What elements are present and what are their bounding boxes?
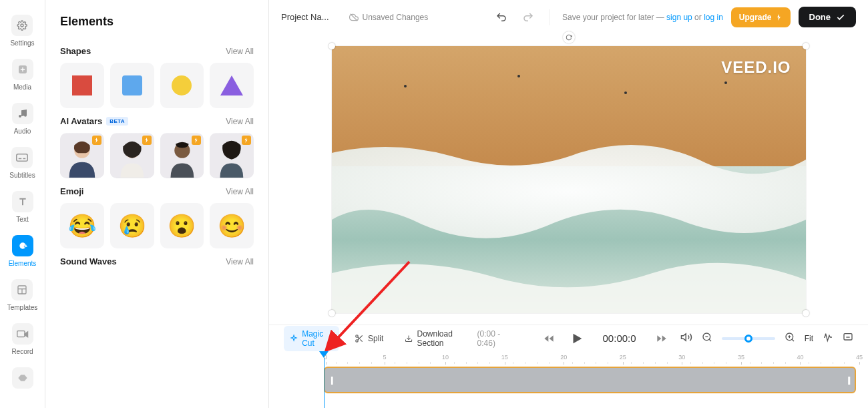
svg-rect-13	[122, 75, 142, 95]
canvas-area: VEED.IO	[269, 35, 868, 325]
shape-rounded-square[interactable]	[110, 63, 154, 108]
nav-record[interactable]: Record	[11, 323, 33, 355]
magic-cut-button[interactable]: Magic Cut	[284, 326, 339, 351]
avatar-3[interactable]	[160, 133, 204, 178]
video-clip[interactable]: || ||	[324, 367, 856, 393]
view-all-emoji[interactable]: View All	[226, 187, 254, 196]
shape-circle[interactable]	[160, 63, 204, 108]
elements-panel: Elements Shapes View All AI AvatarsBETA …	[45, 0, 269, 408]
nav-audio[interactable]: Audio	[12, 103, 33, 135]
avatar-1[interactable]	[60, 133, 104, 178]
check-icon	[836, 13, 845, 22]
signup-link[interactable]: sign up	[666, 13, 692, 22]
waveform-icon[interactable]	[823, 332, 833, 345]
view-all-soundwaves[interactable]: View All	[226, 257, 254, 266]
save-prompt: Save your project for later — sign up or…	[562, 13, 723, 22]
timeline-ruler[interactable]: 051015202530354045	[324, 351, 868, 365]
fit-button[interactable]: Fit	[805, 334, 813, 343]
feedback-icon[interactable]	[843, 332, 853, 345]
nav-label: Text	[16, 216, 28, 223]
nav-label: Templates	[7, 304, 38, 311]
misc-icon	[12, 367, 33, 389]
svg-point-2	[19, 115, 21, 118]
view-all-avatars[interactable]: View All	[226, 117, 254, 126]
svg-line-34	[360, 339, 362, 341]
done-button[interactable]: Done	[799, 7, 857, 27]
lightning-icon	[242, 136, 251, 145]
login-link[interactable]: log in	[704, 13, 723, 22]
camera-icon	[12, 323, 33, 345]
ruler-mark: 40	[797, 354, 803, 361]
project-name[interactable]: Project Na...	[281, 12, 329, 22]
ruler-mark: 15	[501, 354, 508, 361]
svg-marker-37	[681, 333, 686, 341]
view-all-shapes[interactable]: View All	[226, 47, 254, 56]
rotate-handle[interactable]	[563, 31, 575, 43]
svg-line-42	[792, 339, 794, 341]
upgrade-button[interactable]: Upgrade	[731, 7, 791, 27]
shape-square[interactable]	[60, 63, 104, 108]
skip-forward-button[interactable]	[652, 328, 671, 349]
cloud-off-icon	[349, 13, 359, 22]
play-button[interactable]	[568, 328, 586, 349]
emoji-crying[interactable]: 😢	[110, 203, 154, 248]
clip-trim-right[interactable]: ||	[847, 375, 849, 385]
redo-button[interactable]	[519, 8, 537, 27]
resize-handle-br[interactable]	[803, 310, 809, 317]
plus-icon	[12, 59, 33, 80]
avatar-4[interactable]	[210, 133, 254, 178]
nav-label: Subtitles	[9, 172, 35, 179]
resize-handle-tl[interactable]	[329, 43, 335, 49]
emoji-blush[interactable]: 😊	[210, 203, 254, 248]
zoom-thumb[interactable]	[744, 335, 752, 343]
svg-point-32	[356, 339, 359, 342]
volume-button[interactable]	[680, 331, 692, 346]
svg-point-0	[21, 24, 23, 27]
gear-icon	[11, 15, 33, 36]
nav-templates[interactable]: Templates	[7, 279, 38, 311]
ruler-mark: 10	[442, 354, 449, 361]
svg-rect-12	[72, 75, 92, 95]
section-emoji-title: Emoji	[60, 186, 83, 196]
zoom-slider[interactable]	[722, 337, 775, 340]
text-icon	[12, 191, 33, 212]
svg-point-28	[624, 91, 627, 94]
lightning-icon	[142, 136, 152, 145]
emoji-surprised[interactable]: 😮	[160, 203, 204, 248]
timecode: 00:00:0	[603, 333, 636, 344]
split-button[interactable]: Split	[349, 331, 389, 347]
undo-button[interactable]	[492, 8, 511, 27]
nav-elements[interactable]: Elements	[9, 235, 37, 267]
nav-label: Record	[11, 348, 33, 355]
download-section-button[interactable]: Download Section(0:00 - 0:46)	[399, 326, 521, 351]
layout-icon	[11, 279, 33, 300]
nav-subtitles[interactable]: Subtitles	[9, 147, 35, 179]
zoom-in-button[interactable]	[785, 332, 795, 345]
left-nav-rail: Settings Media Audio Subtitles Text Elem…	[0, 0, 45, 408]
svg-line-39	[709, 339, 711, 341]
emoji-joy[interactable]: 😂	[60, 203, 104, 248]
svg-point-14	[172, 75, 192, 95]
resize-handle-tr[interactable]	[803, 43, 809, 49]
clip-trim-left[interactable]: ||	[331, 375, 333, 385]
video-preview[interactable]: VEED.IO	[332, 46, 806, 313]
skip-back-button[interactable]	[539, 328, 558, 349]
nav-media[interactable]: Media	[12, 59, 33, 91]
nav-label: Settings	[10, 39, 34, 47]
nav-text[interactable]: Text	[12, 191, 33, 223]
nav-unknown[interactable]	[12, 367, 33, 389]
controls-row: Magic Cut Split Download Section(0:00 - …	[269, 325, 868, 351]
svg-point-26	[404, 85, 407, 87]
lightning-icon	[776, 14, 783, 21]
panel-title: Elements	[60, 0, 254, 38]
nav-settings[interactable]: Settings	[10, 15, 34, 47]
nav-label: Elements	[9, 260, 37, 267]
zoom-out-button[interactable]	[702, 332, 712, 345]
avatar-2[interactable]	[110, 133, 154, 178]
shape-triangle[interactable]	[210, 63, 254, 108]
ruler-mark: 5	[383, 354, 387, 361]
ruler-mark: 20	[560, 354, 567, 361]
svg-point-3	[24, 114, 27, 117]
timeline[interactable]: 051015202530354045 || ||	[269, 351, 868, 408]
resize-handle-bl[interactable]	[329, 310, 335, 317]
